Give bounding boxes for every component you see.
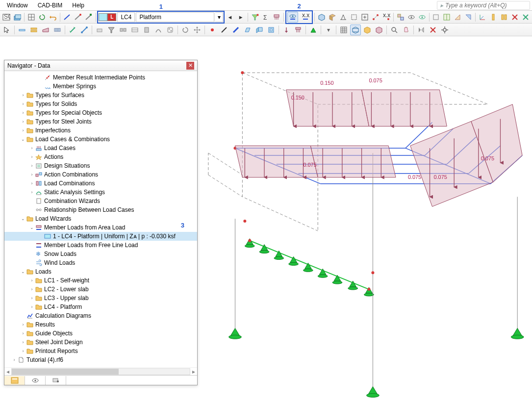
tool-e6-icon[interactable] [153, 25, 164, 35]
grid-icon[interactable] [26, 12, 36, 23]
tree-item-31[interactable]: ›Printout Reports [4, 347, 197, 355]
x-red-icon[interactable] [510, 12, 520, 23]
tree-item-9[interactable]: ›Actions [4, 152, 197, 161]
tree-item-29[interactable]: ›Guide Objects [4, 329, 197, 338]
navigator-titlebar[interactable]: Navigator - Data ✕ [4, 60, 197, 71]
tree-item-5[interactable]: ›Types for Steel Joints [4, 117, 197, 126]
member-icon-1[interactable] [62, 12, 72, 23]
zoom-window-icon[interactable] [349, 12, 359, 23]
close-icon[interactable]: ✕ [186, 62, 194, 70]
zoom-icon[interactable] [389, 25, 400, 35]
tree-item-8[interactable]: ›Load Cases [4, 144, 197, 152]
tree-twisty[interactable]: › [20, 101, 26, 106]
tree-twisty[interactable]: › [29, 154, 35, 159]
section-2-icon[interactable] [499, 12, 509, 23]
tree-item-27[interactable]: Calculation Diagrams [4, 311, 197, 320]
layers-icon[interactable] [12, 12, 22, 23]
cursor-icon[interactable] [1, 25, 12, 35]
tree-item-4[interactable]: ›Types for Special Objects [4, 108, 197, 117]
tree-item-19[interactable]: Member Loads from Free Line Load [4, 241, 197, 250]
section-1-icon[interactable] [488, 12, 498, 23]
tree-item-21[interactable]: Wind Loads [4, 258, 197, 267]
delete-icon[interactable] [428, 25, 438, 35]
navigator-h-scrollbar[interactable]: ◂ ▸ [4, 367, 197, 375]
tree-twisty[interactable]: › [11, 357, 17, 362]
next-loadcase-button[interactable]: ▸ [236, 12, 246, 23]
tree-twisty[interactable]: › [20, 93, 26, 98]
settings-gear-icon[interactable] [439, 25, 450, 35]
chevron-down-icon[interactable]: ▾ [215, 12, 223, 22]
tree-twisty[interactable]: ⌄ [29, 225, 35, 230]
loadcase-color-chip[interactable]: L [99, 13, 116, 21]
tree-item-1[interactable]: Member Springs [4, 82, 197, 91]
tree-twisty[interactable]: › [20, 340, 26, 345]
line-tool-icon[interactable] [219, 25, 229, 35]
ruler-2-icon[interactable] [79, 25, 90, 35]
tree-item-0[interactable]: Member Result Intermediate Points [4, 73, 197, 82]
arrow-down-icon[interactable]: ▾ [323, 25, 334, 35]
tree-twisty[interactable]: ⌄ [20, 269, 26, 274]
tree-twisty[interactable]: › [20, 128, 26, 133]
surface-tool-icon[interactable] [242, 25, 253, 35]
pan-icon[interactable] [192, 25, 203, 35]
x-green-icon[interactable] [521, 12, 531, 23]
show-labels-icon[interactable]: x.xx [381, 12, 391, 23]
tree-item-26[interactable]: ›LC4 - Platform [4, 302, 197, 311]
view-cube-icon[interactable] [317, 12, 327, 23]
load-tool-1-icon[interactable] [281, 25, 292, 35]
navigator-tab-display[interactable] [25, 376, 46, 385]
tree-item-22[interactable]: ⌄Loads [4, 267, 197, 276]
tool-e3-icon[interactable] [118, 25, 128, 35]
beam-d-icon[interactable] [52, 25, 63, 35]
tree-twisty[interactable]: › [29, 304, 35, 309]
tree-item-12[interactable]: ›Load Combinations [4, 179, 197, 188]
perspective-icon[interactable] [338, 12, 348, 23]
tree-twisty[interactable]: ⌄ [20, 216, 26, 221]
box-1-icon[interactable] [431, 12, 441, 23]
tree-twisty[interactable]: › [29, 278, 35, 283]
zoom-extents-icon[interactable] [360, 12, 370, 23]
keyword-input[interactable] [445, 2, 527, 9]
box-4-icon[interactable] [463, 12, 473, 23]
beam-b-icon[interactable] [28, 25, 39, 35]
dice-icon[interactable] [165, 25, 176, 35]
refresh-icon[interactable] [37, 12, 47, 23]
member-tool-icon[interactable] [230, 25, 241, 35]
show-load-numbers-icon[interactable]: x.xx [300, 12, 311, 23]
tree-twisty[interactable]: › [20, 331, 26, 336]
tree-item-2[interactable]: ›Types for Surfaces [4, 91, 197, 100]
show-load-values-icon[interactable] [287, 12, 298, 23]
tree-twisty[interactable]: › [29, 296, 35, 301]
tree-item-7[interactable]: ⌄Load Cases & Combinations [4, 135, 197, 144]
opening-tool-icon[interactable] [266, 25, 277, 35]
tree-item-18[interactable]: 1 - LC4 - Platform | Uniform | Zᴀ | p : … [4, 232, 197, 241]
box-2-icon[interactable] [442, 12, 452, 23]
isometric-icon[interactable] [328, 12, 337, 23]
tree-twisty[interactable]: › [29, 163, 35, 168]
tool-e4-icon[interactable] [129, 25, 140, 35]
solid-tool-icon[interactable] [254, 25, 265, 35]
tree-twisty[interactable]: › [20, 119, 26, 124]
tree-item-16[interactable]: ⌄Load Wizards [4, 214, 197, 223]
tree-twisty[interactable]: › [20, 322, 26, 327]
tree-item-11[interactable]: ›Action Combinations [4, 170, 197, 179]
undo-icon[interactable] [48, 12, 58, 23]
mirror-icon[interactable] [416, 25, 427, 35]
beam-c-icon[interactable] [40, 25, 51, 35]
tree-twisty[interactable]: › [29, 287, 35, 292]
tree-item-23[interactable]: ›LC1 - Self-weight [4, 276, 197, 285]
mesh-4-icon[interactable] [374, 25, 384, 35]
tree-item-6[interactable]: ›Imperfections [4, 126, 197, 135]
tree-item-28[interactable]: ›Results [4, 320, 197, 329]
tree-twisty[interactable]: › [20, 110, 26, 115]
tree-twisty[interactable]: › [29, 146, 35, 151]
tree-item-13[interactable]: ›Static Analysis Settings [4, 188, 197, 197]
tree-twisty[interactable]: › [20, 349, 26, 353]
load-tool-2-icon[interactable] [293, 25, 304, 35]
mesh-3-icon[interactable] [362, 25, 373, 35]
loads-display-icon[interactable] [272, 12, 281, 23]
tree-item-30[interactable]: ›Steel Joint Design [4, 338, 197, 347]
eye-2-icon[interactable] [417, 12, 427, 23]
loadcase-name-dropdown[interactable]: Platform [136, 12, 214, 22]
menu-help[interactable]: Help [67, 1, 89, 10]
